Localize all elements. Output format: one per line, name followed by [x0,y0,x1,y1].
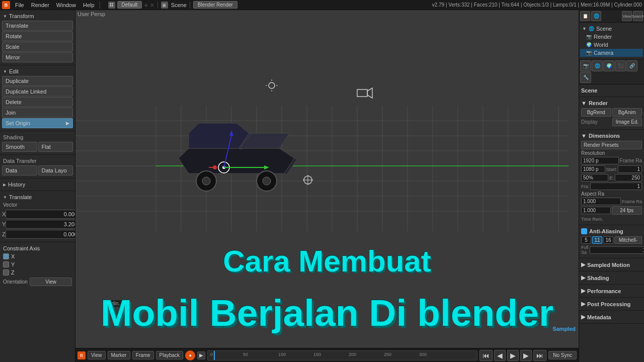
render-mode-btn[interactable]: Default [117,1,142,9]
translate-btn[interactable]: Translate [2,21,73,31]
shading-right-header[interactable]: ▶ Shading [581,274,642,282]
record-btn[interactable]: ● [185,350,195,360]
rotate-btn[interactable]: Rotate [2,31,73,41]
aa-num1[interactable]: 5 [581,236,591,244]
tree-world[interactable]: 🌍 World [580,41,643,49]
time-rem-label: Time Rem. [581,216,642,223]
render-prop-header[interactable]: ▼ Render [581,99,642,107]
aa-num3[interactable]: 16 [603,236,613,244]
tree-render[interactable]: 📷 Render [580,33,643,41]
z-input[interactable] [6,230,75,239]
vp-playback-btn[interactable]: Playback [156,351,184,359]
post-processing-header[interactable]: ▶ Post Processing [581,300,642,308]
asp-x-input[interactable] [581,198,621,205]
rt-scene-icon[interactable]: 🌐 [591,11,601,21]
play-icon[interactable]: ▶ [197,351,205,359]
help-menu[interactable]: Help [81,2,97,8]
metadata-header[interactable]: ▶ Metadata [581,313,642,321]
next-frame-btn[interactable]: ▶ [520,350,532,361]
cz-checkbox[interactable] [3,269,9,276]
join-btn[interactable]: Join [2,108,73,118]
fps-btn[interactable]: 24 fps [612,206,642,215]
display-btn[interactable]: Image Ed. [612,118,642,126]
mirror-btn[interactable]: Mirror [2,52,73,62]
set-origin-btn[interactable]: Set Origin ▶ [2,118,73,128]
prop-world-icon[interactable]: 🌍 [603,60,614,71]
bake-btn[interactable]: BgRend [581,108,611,117]
translate-props-label: Translate [9,194,32,200]
aa-header[interactable]: Anti-Aliasing [581,227,642,235]
viewport[interactable]: User Persp [75,10,579,362]
prev-frame-btn[interactable]: ◀ [494,350,506,361]
history-header[interactable]: ▶ History [1,180,74,189]
shading-section: Shading Smooth Flat [0,131,75,155]
render-presets-btn[interactable]: Render Presets [581,141,642,149]
start-input[interactable] [618,165,642,173]
cy-checkbox[interactable] [3,261,9,267]
x-input[interactable] [6,210,75,219]
transform-header[interactable]: ▼ Transform [1,12,74,20]
fra-row: Fra: [581,183,642,190]
vp-blender-icon: B [77,351,86,359]
end-input[interactable] [615,174,642,182]
asp-y-input[interactable] [581,207,611,214]
prop-modifier-icon[interactable]: 🔧 [580,72,591,83]
prop-render-icon[interactable]: 📷 [580,60,591,71]
fra-input[interactable] [590,183,642,190]
edit-header[interactable]: ▼ Edit [1,67,74,75]
res-x-row: Frame Ra [581,157,642,164]
translate-props-header[interactable]: ▼ Translate [1,193,74,201]
prop-constraint-icon[interactable]: 🔗 [626,60,637,71]
full-sa-input[interactable] [590,246,644,254]
data-transfer-section: Data Transfer Data Data Layo [0,155,75,178]
duplicate-linked-btn[interactable]: Duplicate Linked [2,86,73,97]
rt-view-btn[interactable]: View [622,11,632,21]
y-input[interactable] [6,220,75,229]
rt-view-icon[interactable]: 📋 [580,11,590,21]
prop-obj-icon[interactable]: ⬛ [615,60,626,71]
data-btn[interactable]: Data [2,165,37,175]
nosync-btn[interactable]: No Sync [548,351,577,359]
anim-btn[interactable]: BgAnim [612,108,642,117]
prop-scene-icon[interactable]: 🌐 [592,60,603,71]
tree-camera[interactable]: 📷 Camera [580,49,643,57]
svg-rect-3 [112,5,113,7]
delete-btn[interactable]: Delete [2,97,73,107]
res-pct-input[interactable] [581,174,608,182]
play-btn[interactable]: ▶ [507,350,519,361]
skip-back-btn[interactable]: ⏮ [479,350,493,361]
sampled-motion-header[interactable]: ▶ Sampled Motion [581,260,642,269]
main-layout: ▼ Transform Translate Rotate Scale Mirro… [0,10,644,362]
timeline-area[interactable]: 0 50 100 150 200 250 300 [207,350,477,360]
rt-search-btn[interactable]: Search [633,11,643,21]
file-menu[interactable]: File [13,2,26,8]
vp-marker-btn[interactable]: Marker [108,351,130,359]
tree-scene[interactable]: ▼ 🌐 Scene [580,25,643,33]
render-menu[interactable]: Render [29,2,51,8]
svg-point-47 [263,177,271,185]
window-menu[interactable]: Window [54,2,78,8]
scene-expand-icon: 🌐 [589,26,594,31]
smooth-btn[interactable]: Smooth [2,142,37,152]
history-section: ▶ History [0,178,75,191]
orient-btn[interactable]: View [30,278,72,286]
aa-filter-btn[interactable]: Mitchell- [614,236,642,244]
vp-frame-btn[interactable]: Frame [132,351,154,359]
engine-btn[interactable]: Blender Render [193,1,237,9]
vp-view-btn[interactable]: View [88,351,106,359]
data-layo-btn[interactable]: Data Layo [38,165,73,175]
flat-btn[interactable]: Flat [38,142,73,152]
camera-tree-label: Camera [594,50,613,56]
res-x-input[interactable] [581,157,619,164]
svg-rect-34 [357,89,367,97]
cx-checkbox[interactable] [3,253,9,259]
dimensions-header[interactable]: ▼ Dimensions [581,132,642,140]
res-y-input[interactable] [581,165,605,173]
skip-fwd-btn[interactable]: ⏭ [533,350,546,361]
aa-checkbox[interactable] [581,228,587,234]
aa-num2[interactable]: 11 [592,236,602,244]
duplicate-btn[interactable]: Duplicate [2,76,73,86]
dimensions-section: ▼ Dimensions Render Presets Resolution F… [579,130,644,225]
scale-btn[interactable]: Scale [2,42,73,52]
performance-header[interactable]: ▶ Performance [581,287,642,295]
